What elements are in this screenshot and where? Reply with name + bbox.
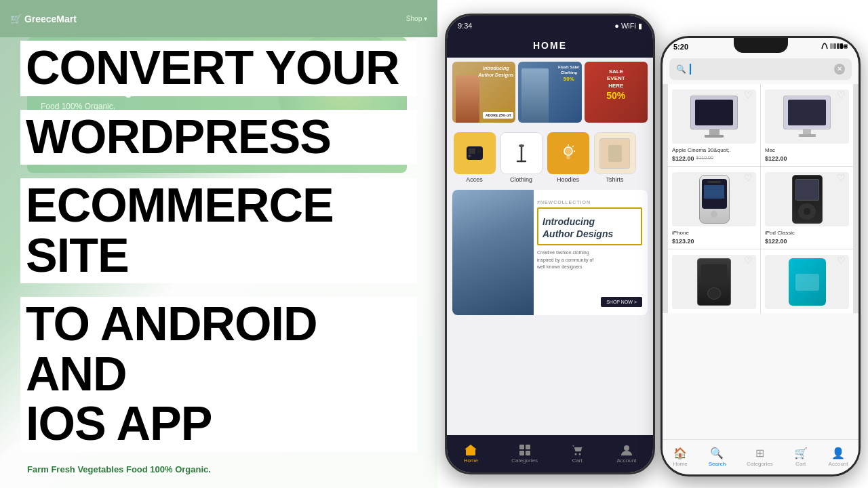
svg-point-8 xyxy=(564,146,573,156)
tab2-home[interactable]: 🏠 Home xyxy=(673,447,687,467)
category-clothing[interactable]: Clothing xyxy=(499,132,543,183)
left-section: 🛒 GreeceMart Shop ▾ Trusted Products Far… xyxy=(0,0,437,488)
headline-line-4: TO ANDROID ANDIOS APP xyxy=(26,300,412,449)
product-name-2: Mac xyxy=(765,147,849,154)
phone1-time: 9:34 xyxy=(458,22,472,30)
phone2-time: 5:20 xyxy=(673,43,688,51)
headline-box-3: ECOMMERCE SITE xyxy=(20,178,417,283)
new-collection-banner: #NEWCOLLECTION Introducing Author Design… xyxy=(452,190,648,315)
search-cursor xyxy=(690,64,691,75)
svg-rect-10 xyxy=(567,158,570,159)
category-accessories[interactable]: Acces xyxy=(452,132,496,183)
product-old-price-1: $110.00 xyxy=(696,155,713,160)
nc-title: Introducing Author Designs xyxy=(542,216,637,240)
svg-rect-19 xyxy=(519,451,524,455)
phone2-icons xyxy=(821,42,848,52)
svg-point-21 xyxy=(575,453,577,455)
svg-rect-18 xyxy=(526,445,530,449)
phone2-search-bar[interactable]: 🔍 ✕ xyxy=(669,58,852,80)
phone1-notch xyxy=(530,16,570,29)
svg-point-23 xyxy=(624,445,629,451)
nc-subtitle: Creative fashion clothing inspired by a … xyxy=(537,249,642,271)
svg-rect-1 xyxy=(469,148,475,154)
product-card-1: ♡ Apple Cinema 30&quot;. $122 xyxy=(668,84,760,166)
wishlist-btn-2[interactable]: ♡ xyxy=(837,89,849,102)
tab2-search-icon: 🔍 xyxy=(710,447,724,460)
svg-rect-25 xyxy=(833,43,836,49)
wishlist-btn-5[interactable]: ♡ xyxy=(744,255,756,267)
wishlist-btn-1[interactable]: ♡ xyxy=(744,89,756,102)
svg-rect-29 xyxy=(844,45,847,47)
svg-point-7 xyxy=(519,144,524,147)
nav-home[interactable]: Home xyxy=(464,444,478,464)
svg-rect-24 xyxy=(830,43,833,49)
shop-now-button[interactable]: SHOP NOW > xyxy=(601,297,642,307)
nav-cart-label: Cart xyxy=(572,458,583,464)
phone-android: 9:34 ● WiFi ▮ HOME IntroducingAuthor Des… xyxy=(445,14,655,474)
phone1-screen: 9:34 ● WiFi ▮ HOME IntroducingAuthor Des… xyxy=(447,16,653,472)
phone1-signal-icons: ● WiFi ▮ xyxy=(614,22,642,30)
headline-line-1: CONVERT YOUR xyxy=(26,43,412,94)
tab2-account[interactable]: 👤 Account xyxy=(829,447,848,467)
tab2-categories-icon: ⊞ xyxy=(755,447,764,460)
nav-categories[interactable]: Categories xyxy=(511,444,538,464)
banner-card-2: Flash Sale!Clothing50% xyxy=(518,62,581,123)
nav-categories-label: Categories xyxy=(511,458,538,464)
svg-rect-15 xyxy=(466,449,475,455)
product-card-5: ♡ xyxy=(668,249,760,313)
phone1-banners: IntroducingAuthor Designs ADORE 25% off … xyxy=(447,58,653,127)
svg-rect-17 xyxy=(519,445,524,449)
svg-rect-26 xyxy=(837,43,840,49)
hoodies-label: Hoodies xyxy=(557,176,579,183)
banner-card-3: SALEEVENTHERE 50% xyxy=(585,62,648,123)
tab2-categories-label: Categories xyxy=(747,461,773,467)
nav-account[interactable]: Account xyxy=(616,444,636,464)
product-card-2: ♡ Mac $122.00 xyxy=(761,84,853,166)
svg-point-2 xyxy=(477,149,481,153)
phone1-header: HOME xyxy=(447,35,653,58)
svg-rect-27 xyxy=(840,43,843,49)
tab2-search[interactable]: 🔍 Search xyxy=(709,447,726,467)
wishlist-btn-6[interactable]: ♡ xyxy=(837,255,849,267)
accessories-label: Acces xyxy=(466,176,483,183)
tab2-cart-label: Cart xyxy=(795,461,806,467)
product-card-4: ♡ iPod Classic $122.00 xyxy=(761,167,853,249)
tab2-account-label: Account xyxy=(829,461,848,467)
svg-line-13 xyxy=(572,146,574,147)
search-icon: 🔍 xyxy=(676,64,686,74)
nav-cart[interactable]: Cart xyxy=(571,444,583,464)
phone2-tabbar: 🏠 Home 🔍 Search ⊞ Categories 🛒 Cart 👤 xyxy=(663,439,859,474)
svg-rect-9 xyxy=(566,156,570,158)
tab2-categories[interactable]: ⊞ Categories xyxy=(747,447,773,467)
product-card-6: ♡ xyxy=(761,249,853,313)
tab2-cart[interactable]: 🛒 Cart xyxy=(794,447,808,467)
model-image xyxy=(452,190,534,315)
product-price-2: $122.00 xyxy=(765,155,849,162)
tab2-cart-icon: 🛒 xyxy=(794,447,808,460)
phone2-notch xyxy=(734,38,788,53)
headline-box-2: WORDPRESS xyxy=(20,110,417,165)
accessories-icon xyxy=(454,132,496,174)
product-price-1: $122.00 xyxy=(672,155,694,162)
tab2-home-icon: 🏠 xyxy=(673,447,687,460)
category-hoodies[interactable]: Hoodies xyxy=(546,132,590,183)
banner-card-1: IntroducingAuthor Designs ADORE 25% off xyxy=(452,62,515,123)
nc-title-box: Introducing Author Designs xyxy=(537,207,642,245)
phone2-screen: 5:20 🔍 ✕ xyxy=(663,38,859,474)
banner-text-3: SALEEVENTHERE 50% xyxy=(588,68,644,102)
product-card-3: ♡ iPhone $123.20 xyxy=(668,167,760,249)
tshirts-icon xyxy=(594,132,636,174)
search-clear-button[interactable]: ✕ xyxy=(834,64,845,75)
tab2-home-label: Home xyxy=(673,461,687,467)
svg-marker-16 xyxy=(465,445,477,449)
category-tshirts[interactable]: Tshirts xyxy=(593,132,637,183)
products-grid: ♡ Apple Cinema 30&quot;. $122 xyxy=(663,84,859,314)
wishlist-btn-4[interactable]: ♡ xyxy=(837,172,849,184)
svg-rect-4 xyxy=(469,154,470,158)
wishlist-btn-3[interactable]: ♡ xyxy=(744,172,756,184)
nav-account-label: Account xyxy=(616,458,636,464)
svg-point-22 xyxy=(579,453,581,455)
product-price-3: $123.20 xyxy=(672,238,756,245)
headline-line-2: WORDPRESS xyxy=(26,113,412,163)
nc-text-block: #NEWCOLLECTION Introducing Author Design… xyxy=(537,200,642,271)
